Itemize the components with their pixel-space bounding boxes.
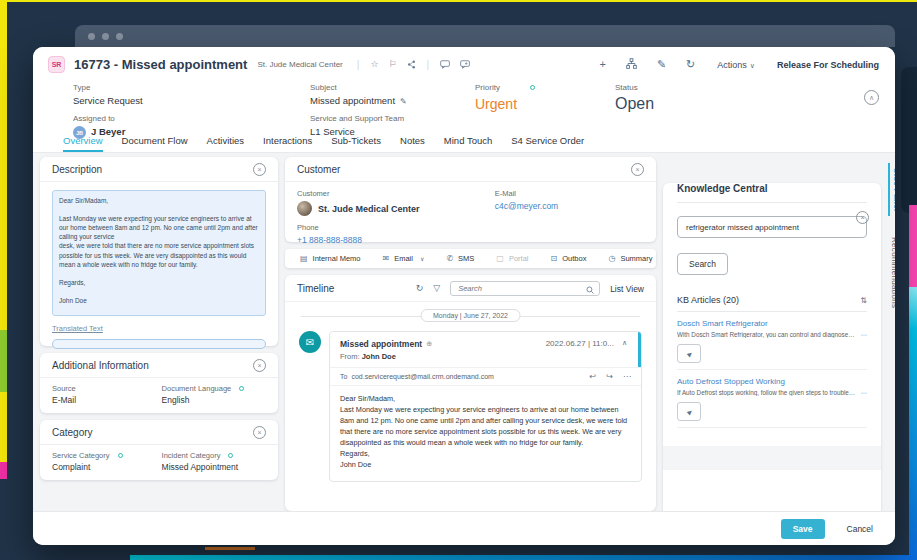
timeline-entry: ✉ Missed appointment ⊕ From: John Doe [299, 331, 642, 482]
translated-text-input[interactable] [52, 339, 266, 349]
side-tab-side-panel[interactable]: Side Panel [888, 163, 895, 216]
entry-from: From: John Doe [340, 352, 432, 361]
tab-notes[interactable]: Notes [400, 131, 425, 152]
forward-icon[interactable]: ↪ [606, 372, 613, 381]
save-button[interactable]: Save [781, 519, 825, 539]
timeline-entry-header[interactable]: Missed appointment ⊕ From: John Doe 2022… [330, 332, 641, 367]
outbox-button[interactable]: ⊡Outbox [540, 254, 598, 263]
priority-value[interactable]: Urgent [475, 96, 615, 112]
timeline-filter-icon[interactable]: ▽ [433, 284, 440, 293]
footer-bar: Save Cancel [33, 511, 895, 545]
collapse-header-icon[interactable]: ∧ [864, 90, 879, 105]
cancel-button[interactable]: Cancel [841, 523, 879, 535]
ticket-header: SR 16773 - Missed appointment St. Jude M… [33, 47, 895, 153]
tab-overview[interactable]: Overview [63, 131, 103, 152]
edit-subject-icon[interactable]: ✎ [400, 97, 407, 106]
remove-card-icon[interactable]: × [253, 426, 266, 439]
email-button[interactable]: ✉Email∨ [372, 254, 436, 263]
kb-article-link[interactable]: Auto Defrost Stopped Working [677, 377, 867, 386]
favorite-star-icon[interactable]: ☆ [370, 60, 378, 69]
chat-icon[interactable] [440, 60, 450, 69]
internal-memo-button[interactable]: ▤Internal Memo [289, 254, 372, 263]
collapse-entry-icon[interactable]: ∧ [622, 339, 627, 347]
category-card: Category × Service Category Complaint In… [40, 420, 278, 480]
service-category-value[interactable]: Complaint [52, 462, 162, 472]
create-plus-icon[interactable]: + [599, 59, 605, 70]
wallpaper-edge-bottom [130, 555, 909, 560]
timeline-search-input[interactable] [456, 283, 586, 294]
new-chat-icon[interactable] [460, 60, 470, 69]
minimize-window-button[interactable] [102, 33, 109, 40]
timeline-refresh-icon[interactable]: ↻ [416, 284, 424, 293]
actions-menu-button[interactable]: Actions∨ [717, 60, 755, 70]
outbox-icon: ⊡ [551, 255, 558, 263]
composer-toolbar: ▤Internal Memo ✉Email∨ ✆SMS ▢Portal ⊡Out… [285, 249, 656, 268]
tab-mind-touch[interactable]: Mind Touch [444, 131, 492, 152]
subject-value: Missed appointment✎ [310, 95, 475, 106]
more-actions-icon[interactable]: ⋯ [861, 389, 867, 396]
edit-pencil-icon[interactable]: ✎ [657, 59, 666, 70]
customer-name[interactable]: St. Jude Medical Center [318, 204, 420, 214]
incident-category-label: Incident Category [162, 451, 266, 460]
tab-sub-tickets[interactable]: Sub-Tickets [331, 131, 381, 152]
email-link[interactable]: c4c@meyer.com [495, 201, 644, 211]
tab-activities[interactable]: Activities [207, 131, 244, 152]
entry-body: Dear Sir/Madam, Last Monday we were expe… [330, 386, 641, 481]
refresh-icon[interactable]: ↻ [686, 59, 695, 70]
sort-icon[interactable]: ⇅ [860, 296, 867, 305]
chevron-down-icon[interactable]: ∨ [420, 255, 424, 262]
description-card: Description × Dear Sir/Madam, Last Monda… [40, 157, 278, 346]
more-actions-icon[interactable]: ⋯ [861, 331, 867, 338]
suggestion-dot-icon [228, 453, 233, 458]
maximize-window-button[interactable] [116, 33, 123, 40]
ticket-account[interactable]: St. Jude Medical Center [257, 60, 342, 69]
remove-card-icon[interactable]: × [253, 359, 266, 372]
email-entry-icon: ✉ [299, 331, 321, 353]
share-icon[interactable] [407, 60, 416, 69]
translated-text-link[interactable]: Translated Text [52, 324, 103, 333]
priority-label: Priority [475, 83, 615, 92]
entry-timestamp: 2022.06.27 | 11:0... [546, 339, 614, 348]
divider: | [427, 59, 430, 70]
workflow-hierarchy-icon[interactable] [626, 58, 637, 71]
overview-content: Description × Dear Sir/Madam, Last Monda… [33, 153, 895, 511]
follow-flag-icon[interactable]: ⚐ [388, 60, 396, 69]
portal-icon: ▢ [496, 255, 504, 263]
app-window: SR 16773 - Missed appointment St. Jude M… [33, 47, 895, 545]
side-panel-strip: Side Panel Recommendations [888, 157, 895, 511]
release-for-scheduling-button[interactable]: Release For Scheduling [777, 60, 879, 70]
visibility-icon: ⊕ [426, 340, 432, 348]
type-label: Type [73, 83, 310, 92]
more-actions-icon[interactable]: ⋯ [623, 372, 631, 381]
entry-title: Missed appointment [340, 339, 422, 349]
date-chip: Monday | June 27, 2022 [420, 309, 521, 322]
side-tab-recommendations[interactable]: Recommendations [888, 232, 895, 313]
close-window-button[interactable] [88, 33, 95, 40]
divider: | [357, 59, 360, 70]
to-label: To [340, 373, 347, 380]
incident-category-value[interactable]: Missed Appointment [162, 462, 266, 472]
summary-button[interactable]: ◷Summary [597, 254, 663, 263]
knowledge-search-input[interactable] [677, 216, 867, 238]
reply-icon[interactable]: ↩ [590, 372, 597, 381]
team-label: Service and Support Team [310, 114, 475, 123]
list-view-button[interactable]: List View [610, 284, 644, 294]
send-article-button[interactable]: ▶ [677, 402, 701, 421]
customer-card-title: Customer [297, 164, 340, 175]
kb-article-snippet: With Dosch Smart Refrigerator, you can c… [677, 331, 856, 338]
remove-card-icon[interactable]: × [253, 163, 266, 176]
chevron-down-icon: ∨ [750, 62, 755, 69]
phone-link[interactable]: +1 888-888-8888 [297, 235, 495, 245]
tab-document-flow[interactable]: Document Flow [122, 131, 188, 152]
tab-interactions[interactable]: Interactions [263, 131, 312, 152]
tab-s4-service-order[interactable]: S4 Service Order [511, 131, 584, 152]
timeline-search-box [450, 281, 600, 296]
kb-article-link[interactable]: Dosch Smart Refrigerator [677, 319, 867, 328]
knowledge-search-button[interactable]: Search [677, 253, 728, 275]
remove-card-icon[interactable]: × [856, 211, 869, 224]
send-article-button[interactable]: ▶ [677, 344, 701, 363]
remove-card-icon[interactable]: × [631, 163, 644, 176]
status-value[interactable]: Open [615, 95, 865, 113]
customer-label: Customer [297, 189, 495, 198]
sms-button[interactable]: ✆SMS [435, 254, 485, 263]
